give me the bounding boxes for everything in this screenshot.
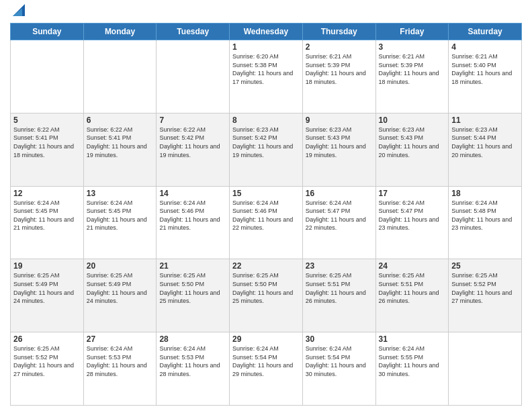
cell-info: Sunrise: 6:24 AMSunset: 5:54 PMDaylight:… bbox=[306, 345, 373, 378]
day-number: 24 bbox=[379, 261, 446, 271]
cell-info: Sunrise: 6:24 AMSunset: 5:53 PMDaylight:… bbox=[87, 345, 154, 378]
cell-info: Sunrise: 6:23 AMSunset: 5:43 PMDaylight:… bbox=[306, 126, 373, 159]
cell-info: Sunrise: 6:20 AMSunset: 5:38 PMDaylight:… bbox=[232, 52, 300, 86]
calendar-cell bbox=[449, 332, 522, 406]
calendar-cell: 9Sunrise: 6:23 AMSunset: 5:43 PMDaylight… bbox=[302, 113, 375, 186]
cell-info: Sunrise: 6:25 AMSunset: 5:50 PMDaylight:… bbox=[232, 271, 300, 305]
calendar-cell: 13Sunrise: 6:24 AMSunset: 5:45 PMDayligh… bbox=[83, 186, 157, 259]
calendar-cell: 31Sunrise: 6:24 AMSunset: 5:55 PMDayligh… bbox=[375, 332, 449, 406]
cell-info: Sunrise: 6:24 AMSunset: 5:45 PMDaylight:… bbox=[87, 199, 154, 232]
calendar-week-row: 5Sunrise: 6:22 AMSunset: 5:41 PMDaylight… bbox=[11, 113, 522, 186]
page-header bbox=[10, 7, 522, 19]
day-header-monday: Monday bbox=[83, 24, 157, 40]
day-number: 21 bbox=[159, 261, 226, 271]
calendar-cell: 14Sunrise: 6:24 AMSunset: 5:46 PMDayligh… bbox=[157, 186, 230, 259]
day-number: 4 bbox=[451, 42, 519, 52]
calendar-cell: 1Sunrise: 6:20 AMSunset: 5:38 PMDaylight… bbox=[230, 40, 303, 113]
calendar-cell: 3Sunrise: 6:21 AMSunset: 5:39 PMDaylight… bbox=[375, 40, 449, 113]
calendar-cell bbox=[11, 40, 84, 113]
calendar-cell: 30Sunrise: 6:24 AMSunset: 5:54 PMDayligh… bbox=[302, 332, 375, 406]
calendar-cell: 18Sunrise: 6:24 AMSunset: 5:48 PMDayligh… bbox=[449, 186, 522, 259]
day-header-saturday: Saturday bbox=[449, 24, 522, 40]
cell-info: Sunrise: 6:24 AMSunset: 5:47 PMDaylight:… bbox=[306, 199, 373, 232]
calendar-cell: 25Sunrise: 6:25 AMSunset: 5:52 PMDayligh… bbox=[449, 259, 522, 332]
cell-info: Sunrise: 6:25 AMSunset: 5:51 PMDaylight:… bbox=[379, 271, 446, 305]
day-number: 30 bbox=[306, 334, 373, 344]
cell-info: Sunrise: 6:25 AMSunset: 5:50 PMDaylight:… bbox=[159, 271, 226, 305]
calendar-cell: 2Sunrise: 6:21 AMSunset: 5:39 PMDaylight… bbox=[302, 40, 375, 113]
cell-info: Sunrise: 6:22 AMSunset: 5:42 PMDaylight:… bbox=[159, 126, 226, 159]
calendar-cell: 27Sunrise: 6:24 AMSunset: 5:53 PMDayligh… bbox=[83, 332, 157, 406]
calendar-week-row: 26Sunrise: 6:25 AMSunset: 5:52 PMDayligh… bbox=[11, 332, 522, 406]
calendar-week-row: 19Sunrise: 6:25 AMSunset: 5:49 PMDayligh… bbox=[11, 259, 522, 332]
calendar-cell: 24Sunrise: 6:25 AMSunset: 5:51 PMDayligh… bbox=[375, 259, 449, 332]
calendar-cell: 6Sunrise: 6:22 AMSunset: 5:41 PMDaylight… bbox=[83, 113, 157, 186]
day-number: 16 bbox=[306, 189, 373, 198]
logo bbox=[10, 7, 25, 19]
calendar-week-row: 1Sunrise: 6:20 AMSunset: 5:38 PMDaylight… bbox=[11, 40, 522, 113]
calendar-cell: 16Sunrise: 6:24 AMSunset: 5:47 PMDayligh… bbox=[302, 186, 375, 259]
day-number: 28 bbox=[159, 334, 226, 344]
day-number: 9 bbox=[306, 116, 373, 125]
day-number: 27 bbox=[87, 334, 154, 344]
calendar-cell bbox=[157, 40, 230, 113]
cell-info: Sunrise: 6:21 AMSunset: 5:40 PMDaylight:… bbox=[451, 52, 519, 86]
calendar-cell bbox=[83, 40, 157, 113]
cell-info: Sunrise: 6:24 AMSunset: 5:46 PMDaylight:… bbox=[232, 199, 300, 232]
calendar-cell: 5Sunrise: 6:22 AMSunset: 5:41 PMDaylight… bbox=[11, 113, 84, 186]
day-number: 8 bbox=[232, 116, 300, 125]
day-number: 6 bbox=[87, 116, 154, 125]
cell-info: Sunrise: 6:21 AMSunset: 5:39 PMDaylight:… bbox=[379, 52, 446, 86]
cell-info: Sunrise: 6:23 AMSunset: 5:42 PMDaylight:… bbox=[232, 126, 300, 159]
calendar-cell: 17Sunrise: 6:24 AMSunset: 5:47 PMDayligh… bbox=[375, 186, 449, 259]
calendar-header-row: SundayMondayTuesdayWednesdayThursdayFrid… bbox=[11, 24, 522, 40]
day-number: 10 bbox=[379, 116, 446, 125]
calendar-cell: 7Sunrise: 6:22 AMSunset: 5:42 PMDaylight… bbox=[157, 113, 230, 186]
calendar-cell: 28Sunrise: 6:24 AMSunset: 5:53 PMDayligh… bbox=[157, 332, 230, 406]
cell-info: Sunrise: 6:22 AMSunset: 5:41 PMDaylight:… bbox=[87, 126, 154, 159]
logo-triangle-icon bbox=[13, 1, 25, 16]
cell-info: Sunrise: 6:25 AMSunset: 5:52 PMDaylight:… bbox=[451, 271, 519, 305]
calendar-cell: 21Sunrise: 6:25 AMSunset: 5:50 PMDayligh… bbox=[157, 259, 230, 332]
cell-info: Sunrise: 6:24 AMSunset: 5:54 PMDaylight:… bbox=[232, 345, 300, 378]
cell-info: Sunrise: 6:24 AMSunset: 5:55 PMDaylight:… bbox=[379, 345, 446, 378]
day-number: 1 bbox=[232, 42, 300, 52]
cell-info: Sunrise: 6:25 AMSunset: 5:49 PMDaylight:… bbox=[87, 271, 154, 305]
cell-info: Sunrise: 6:24 AMSunset: 5:48 PMDaylight:… bbox=[451, 199, 519, 232]
day-header-thursday: Thursday bbox=[302, 24, 375, 40]
cell-info: Sunrise: 6:25 AMSunset: 5:52 PMDaylight:… bbox=[13, 345, 81, 378]
calendar-cell: 19Sunrise: 6:25 AMSunset: 5:49 PMDayligh… bbox=[11, 259, 84, 332]
calendar-cell: 8Sunrise: 6:23 AMSunset: 5:42 PMDaylight… bbox=[230, 113, 303, 186]
calendar-table: SundayMondayTuesdayWednesdayThursdayFrid… bbox=[10, 23, 522, 406]
cell-info: Sunrise: 6:25 AMSunset: 5:51 PMDaylight:… bbox=[306, 271, 373, 305]
calendar-cell: 12Sunrise: 6:24 AMSunset: 5:45 PMDayligh… bbox=[11, 186, 84, 259]
day-number: 26 bbox=[13, 334, 81, 344]
day-number: 3 bbox=[379, 42, 446, 52]
cell-info: Sunrise: 6:24 AMSunset: 5:47 PMDaylight:… bbox=[379, 199, 446, 232]
cell-info: Sunrise: 6:23 AMSunset: 5:44 PMDaylight:… bbox=[451, 126, 519, 159]
cell-info: Sunrise: 6:24 AMSunset: 5:46 PMDaylight:… bbox=[159, 199, 226, 232]
calendar-cell: 4Sunrise: 6:21 AMSunset: 5:40 PMDaylight… bbox=[449, 40, 522, 113]
calendar-cell: 23Sunrise: 6:25 AMSunset: 5:51 PMDayligh… bbox=[302, 259, 375, 332]
calendar-week-row: 12Sunrise: 6:24 AMSunset: 5:45 PMDayligh… bbox=[11, 186, 522, 259]
day-number: 11 bbox=[451, 116, 519, 125]
calendar-cell: 26Sunrise: 6:25 AMSunset: 5:52 PMDayligh… bbox=[11, 332, 84, 406]
calendar-cell: 20Sunrise: 6:25 AMSunset: 5:49 PMDayligh… bbox=[83, 259, 157, 332]
day-header-friday: Friday bbox=[375, 24, 449, 40]
cell-info: Sunrise: 6:25 AMSunset: 5:49 PMDaylight:… bbox=[13, 271, 81, 305]
day-header-tuesday: Tuesday bbox=[157, 24, 230, 40]
day-header-wednesday: Wednesday bbox=[230, 24, 303, 40]
day-number: 2 bbox=[306, 42, 373, 52]
day-number: 18 bbox=[451, 189, 519, 198]
day-number: 14 bbox=[159, 189, 226, 198]
calendar-cell: 22Sunrise: 6:25 AMSunset: 5:50 PMDayligh… bbox=[230, 259, 303, 332]
calendar-cell: 11Sunrise: 6:23 AMSunset: 5:44 PMDayligh… bbox=[449, 113, 522, 186]
day-number: 31 bbox=[379, 334, 446, 344]
calendar-cell: 10Sunrise: 6:23 AMSunset: 5:43 PMDayligh… bbox=[375, 113, 449, 186]
day-number: 17 bbox=[379, 189, 446, 198]
day-number: 13 bbox=[87, 189, 154, 198]
day-number: 5 bbox=[13, 116, 81, 125]
day-number: 7 bbox=[159, 116, 226, 125]
day-header-sunday: Sunday bbox=[11, 24, 84, 40]
cell-info: Sunrise: 6:23 AMSunset: 5:43 PMDaylight:… bbox=[379, 126, 446, 159]
